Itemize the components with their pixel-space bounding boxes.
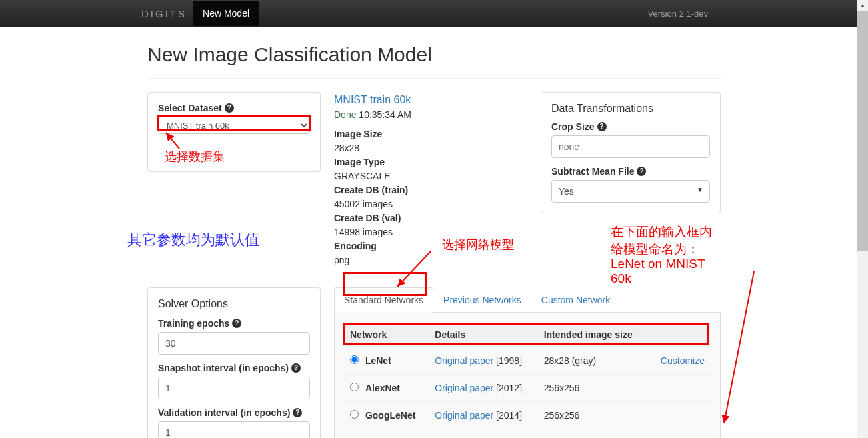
training-epochs-label: Training epochs	[158, 318, 229, 329]
page-title: New Image Classification Model	[147, 43, 721, 66]
help-icon[interactable]: ?	[225, 103, 234, 113]
svg-line-2	[724, 271, 754, 423]
validation-interval-input[interactable]	[158, 421, 310, 438]
help-icon[interactable]: ?	[291, 363, 301, 373]
table-row: AlexNetOriginal paper [2012]256x256	[345, 375, 710, 402]
vertical-scrollbar[interactable]: ▲	[857, 0, 868, 438]
brand-logo[interactable]: DIGITS	[141, 8, 187, 19]
tab-previous-networks[interactable]: Previous Networks	[433, 287, 531, 313]
intended-size: 28x28 (gray)	[539, 347, 649, 375]
dataset-select[interactable]: MNIST train 60k	[158, 117, 310, 134]
training-epochs-input[interactable]	[158, 332, 310, 355]
db-train-label: Create DB (train)	[334, 183, 527, 197]
db-val-label: Create DB (val)	[334, 211, 527, 225]
crop-size-input[interactable]	[551, 135, 710, 158]
help-icon[interactable]: ?	[232, 319, 241, 328]
divider	[147, 78, 721, 79]
db-val-value: 14998 images	[334, 225, 527, 239]
paper-year: [2014]	[496, 410, 522, 421]
select-dataset-label: Select Dataset	[158, 103, 222, 113]
network-radio[interactable]	[350, 383, 359, 391]
help-icon[interactable]: ?	[293, 408, 302, 417]
encoding-value: png	[334, 253, 527, 267]
validation-interval-label: Validation interval (in epochs)	[158, 407, 290, 418]
col-details: Details	[429, 323, 538, 347]
table-row: LeNetOriginal paper [1998]28x28 (gray)Cu…	[345, 347, 710, 375]
table-row: GoogLeNetOriginal paper [2014]256x256	[345, 402, 710, 429]
tab-standard-networks[interactable]: Standard Networks	[334, 287, 433, 313]
help-icon[interactable]: ?	[597, 122, 607, 131]
solver-title: Solver Options	[158, 298, 310, 310]
tab-custom-network[interactable]: Custom Network	[531, 287, 620, 313]
subtract-mean-label: Subtract Mean File	[551, 166, 634, 177]
paper-year: [2012]	[496, 383, 522, 393]
crop-size-label: Crop Size	[551, 121, 595, 132]
data-transformations-panel: Data Transformations Crop Size ? Subtrac…	[541, 92, 721, 213]
scrollbar-thumb[interactable]	[857, 11, 868, 251]
top-navbar: DIGITS New Model Version 2.1-dev	[0, 0, 868, 27]
select-dataset-panel: Select Dataset ? MNIST train 60k	[147, 92, 321, 172]
scroll-up-icon[interactable]: ▲	[857, 0, 868, 11]
intended-size: 256x256	[539, 375, 649, 402]
transform-title: Data Transformations	[551, 103, 710, 115]
img-size-value: 28x28	[334, 141, 527, 155]
networks-section: Standard Networks Previous Networks Cust…	[334, 287, 721, 438]
original-paper-link[interactable]: Original paper	[435, 383, 493, 393]
img-type-value: GRAYSCALE	[334, 169, 527, 183]
network-name: AlexNet	[365, 383, 400, 393]
encoding-label: Encoding	[334, 239, 527, 253]
dataset-time: 10:35:34 AM	[359, 109, 411, 120]
dataset-status: Done	[334, 109, 356, 120]
help-icon[interactable]: ?	[637, 167, 646, 176]
arrow-icon	[721, 270, 761, 430]
network-name: GoogLeNet	[365, 410, 415, 421]
snapshot-interval-label: Snapshot interval (in epochs)	[158, 363, 289, 373]
original-paper-link[interactable]: Original paper	[435, 355, 493, 366]
dataset-info: MNIST train 60k Done 10:35:34 AM Image S…	[334, 92, 527, 267]
customize-link[interactable]: Customize	[661, 355, 705, 366]
img-type-label: Image Type	[334, 155, 527, 169]
db-train-value: 45002 images	[334, 197, 527, 211]
nav-tab-new-model[interactable]: New Model	[193, 1, 259, 26]
intended-size: 256x256	[539, 402, 649, 429]
snapshot-interval-input[interactable]	[158, 377, 310, 399]
col-network: Network	[345, 323, 429, 347]
paper-year: [1998]	[496, 355, 522, 366]
version-label: Version 2.1-dev	[648, 9, 708, 19]
original-paper-link[interactable]: Original paper	[435, 410, 493, 421]
network-name: LeNet	[365, 355, 391, 366]
img-size-label: Image Size	[334, 127, 527, 141]
network-radio[interactable]	[350, 410, 359, 419]
subtract-mean-select[interactable]: Yes	[551, 180, 710, 203]
networks-table: Network Details Intended image size LeNe…	[345, 323, 710, 429]
network-radio[interactable]	[350, 355, 359, 364]
dataset-link[interactable]: MNIST train 60k	[334, 94, 411, 105]
solver-options-panel: Solver Options Training epochs ? Snapsho…	[147, 287, 321, 438]
col-size: Intended image size	[539, 323, 649, 347]
